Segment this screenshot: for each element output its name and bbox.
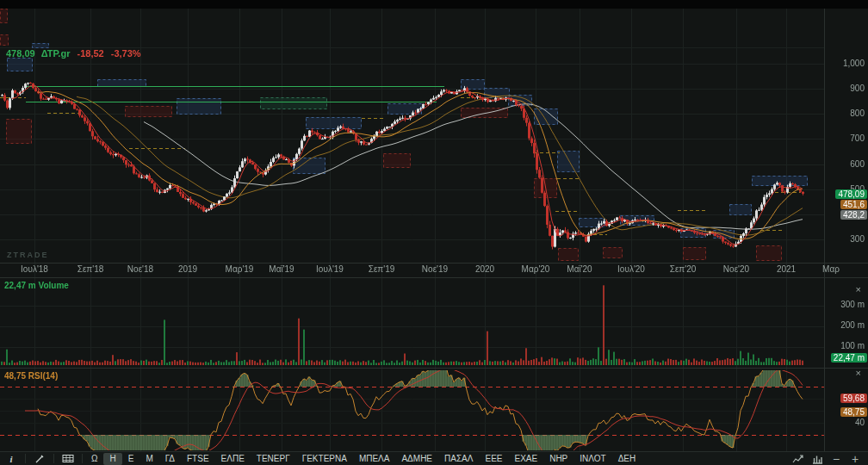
- time-axis-tick: Ιουλ'19: [302, 265, 357, 274]
- symbol-legend: 478,09 ΔΤΡ.gr -18,52 -3,73%: [6, 48, 141, 59]
- volume-axis-tick: 300 m: [825, 301, 865, 309]
- last-price: 478,09: [6, 48, 35, 59]
- toolbar-button-ΕΕΕ[interactable]: ΕΕΕ: [479, 453, 508, 465]
- volume-axis-tick: 100 m: [825, 342, 865, 350]
- platform-watermark: ZTRADE: [7, 251, 49, 259]
- chart-zoom-controls: −+: [790, 453, 868, 465]
- price-change-pct: -3,73%: [111, 48, 141, 59]
- rsi-indicator-name: RSI(14): [28, 371, 58, 381]
- volume-current-value: 22,47 m: [4, 281, 36, 290]
- price-axis-tick: 800: [825, 109, 865, 118]
- time-axis-tick: 2019: [160, 265, 215, 274]
- toolbar-separator: [82, 454, 83, 463]
- time-axis-tick: Σεπ'18: [63, 265, 118, 274]
- toolbar-button-Ω[interactable]: Ω: [85, 453, 103, 465]
- chart-canvas[interactable]: [0, 0, 868, 465]
- time-axis-tick: Σεπ'20: [655, 265, 710, 274]
- price-axis-tick: 900: [825, 84, 865, 93]
- rsi-pane-close-button[interactable]: ×: [856, 369, 861, 377]
- rsi-badge: 48,75: [840, 407, 867, 417]
- volume-pane-label: 22,47 m Volume: [4, 281, 69, 290]
- trading-app-window: 478,09 ΔΤΡ.gr -18,52 -3,73% ZTRADE 22,47…: [0, 0, 868, 465]
- zoom-out-button[interactable]: −: [828, 453, 844, 465]
- volume-pane-close-button[interactable]: ×: [856, 285, 861, 294]
- price-badge: 478,09: [835, 189, 867, 199]
- price-axis-tick: 1,000: [825, 59, 865, 68]
- toolbar-button-ΕΧΑΕ[interactable]: ΕΧΑΕ: [508, 453, 543, 465]
- symbol-name: ΔΤΡ.gr: [41, 48, 71, 59]
- toolbar-button-ΑΔΜΗΕ[interactable]: ΑΔΜΗΕ: [395, 453, 438, 465]
- volume-indicator-name: Volume: [38, 281, 68, 290]
- toolbar-button-ΜΠΕΛΑ[interactable]: ΜΠΕΛΑ: [353, 453, 396, 465]
- toolbar-button-ΙΝΛΟΤ[interactable]: ΙΝΛΟΤ: [574, 453, 611, 465]
- price-axis-tick: 700: [825, 134, 865, 143]
- toolbar-button-Ε[interactable]: Ε: [122, 453, 140, 465]
- time-axis-tick: 2020: [457, 265, 512, 274]
- toolbar-button-Μ[interactable]: Μ: [140, 453, 158, 465]
- time-axis-tick: Σεπ'19: [354, 265, 409, 274]
- table-button[interactable]: [57, 453, 79, 465]
- toolbar-button-ΔΕΗ[interactable]: ΔΕΗ: [612, 453, 642, 465]
- volume-axis-tick: 200 m: [825, 321, 865, 330]
- price-axis-tick: 300: [825, 235, 865, 244]
- toolbar-button-ΠΑΣΑΛ[interactable]: ΠΑΣΑΛ: [438, 453, 479, 465]
- toolbar-separator: [25, 454, 26, 463]
- time-axis-tick: Μαϊ'19: [254, 265, 309, 274]
- rsi-axis-tick: 40: [825, 418, 865, 427]
- time-axis-tick: Νοε'19: [407, 265, 462, 274]
- info-button[interactable]: i: [0, 453, 22, 465]
- chart-line-icon[interactable]: [790, 453, 806, 465]
- time-axis-tick: Μαϊ'20: [552, 265, 607, 274]
- price-axis-tick: 600: [825, 160, 865, 169]
- toolbar-button-ΝΗΡ[interactable]: ΝΗΡ: [543, 453, 574, 465]
- bar-chart-icon[interactable]: [809, 453, 825, 465]
- toolbar-button-FTSE[interactable]: FTSE: [181, 453, 215, 465]
- toolbar-button-ΓΕΚΤΕΡΝΑ[interactable]: ΓΕΚΤΕΡΝΑ: [296, 453, 353, 465]
- rsi-badge: 59,68: [840, 394, 867, 403]
- rsi-current-value: 48,75: [4, 371, 26, 381]
- price-badge: 428,2: [840, 210, 867, 220]
- volume-badge: 22,47 m: [831, 353, 867, 363]
- toolbar-button-ΤΕΝΕΡΓ[interactable]: ΤΕΝΕΡΓ: [251, 453, 296, 465]
- toolbar-separator: [53, 454, 54, 463]
- toolbar-button-Η[interactable]: Η: [103, 453, 121, 465]
- toolbar-button-ΕΛΠΕ[interactable]: ΕΛΠΕ: [215, 453, 251, 465]
- zoom-in-button[interactable]: +: [847, 453, 863, 465]
- draw-button[interactable]: [28, 453, 51, 465]
- time-axis-tick: Μαρ: [803, 265, 859, 274]
- bottom-toolbar: iΩΗΕΜΓΔFTSEΕΛΠΕΤΕΝΕΡΓΓΕΚΤΕΡΝΑΜΠΕΛΑΑΔΜΗΕΠ…: [0, 451, 868, 465]
- rsi-pane-label: 48,75 RSI(14): [4, 371, 58, 381]
- toolbar-button-ΓΔ[interactable]: ΓΔ: [159, 453, 181, 465]
- price-badge: 451,6: [840, 200, 867, 209]
- time-axis-tick: Ιουλ'20: [604, 265, 659, 274]
- time-axis-tick: Ιουλ'18: [7, 265, 62, 274]
- time-axis-tick: Νοε'20: [709, 265, 764, 274]
- price-change: -18,52: [77, 48, 103, 59]
